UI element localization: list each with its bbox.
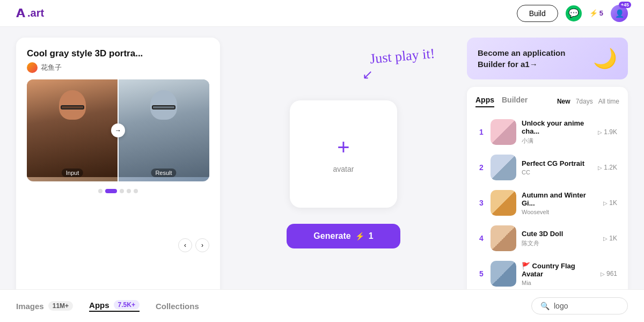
- generate-button[interactable]: Generate ⚡ 1: [287, 224, 400, 248]
- app-info: Cute 3D Doll 陈文舟: [522, 230, 598, 247]
- app-author: Mia: [522, 280, 595, 286]
- count-value: 1K: [609, 235, 617, 242]
- app-author: CC: [522, 169, 592, 175]
- app-info: Autumn and Winter Gi... Woosevelt: [522, 191, 598, 215]
- upload-card[interactable]: + avatar: [290, 100, 397, 208]
- next-button[interactable]: ›: [195, 238, 209, 252]
- app-count: ▷ 1K: [603, 199, 617, 207]
- app-count: ▷ 1.9K: [598, 128, 617, 136]
- app-name: Cute 3D Doll: [522, 230, 598, 238]
- tabs-row: Apps Builder New 7days All time: [475, 96, 619, 107]
- list-item[interactable]: 2 Perfect CG Portrait CC ▷ 1.2K: [475, 150, 619, 185]
- filter-alltime[interactable]: All time: [598, 98, 619, 105]
- count-value: 1.9K: [604, 128, 617, 136]
- app-rank: 1: [478, 128, 485, 136]
- logo[interactable]: 𝗔 .art: [16, 6, 44, 20]
- middle-panel: Just play it! ↙ + avatar Generate ⚡ 1: [231, 38, 456, 311]
- app-name: Perfect CG Portrait: [522, 159, 592, 167]
- generate-lightning-icon: ⚡: [355, 232, 364, 240]
- app-count: ▷ 1.2K: [598, 164, 617, 171]
- tab-apps-label: Apps: [89, 301, 109, 310]
- main-content: Cool gray style 3D portra... 花鱼子 Input →: [0, 27, 644, 322]
- tab-apps[interactable]: Apps: [475, 96, 494, 107]
- prev-button[interactable]: ‹: [178, 238, 192, 252]
- author-name: 花鱼子: [41, 63, 62, 72]
- apps-count: 7.5K+: [114, 300, 140, 310]
- app-author: 花鱼子: [27, 62, 209, 73]
- play-icon: ▷: [601, 271, 605, 277]
- list-item[interactable]: 3 Autumn and Winter Gi... Woosevelt ▷ 1K: [475, 186, 619, 220]
- lightning-count: 5: [599, 9, 603, 17]
- app-info: Unlock your anime cha... 小满: [522, 119, 592, 145]
- filter-7days[interactable]: 7days: [576, 98, 593, 105]
- tab-builder[interactable]: Builder: [502, 96, 528, 107]
- app-count: ▷ 1K: [603, 235, 617, 242]
- badge-count: +45: [619, 2, 631, 8]
- tab-images-label: Images: [16, 302, 44, 311]
- logo-text: .art: [27, 7, 44, 19]
- dot-1[interactable]: [98, 189, 103, 193]
- search-input[interactable]: [554, 302, 618, 310]
- app-list: 1 Unlock your anime cha... 小满 ▷ 1.9K 2: [475, 115, 619, 291]
- list-item[interactable]: 4 Cute 3D Doll 陈文舟 ▷ 1K: [475, 221, 619, 255]
- app-count: ▷ 961: [601, 270, 617, 277]
- dot-5[interactable]: [134, 189, 138, 193]
- upload-label: avatar: [333, 165, 354, 173]
- tabs-right: New 7days All time: [557, 98, 619, 105]
- banner-text: Become an application Builder for a1→: [478, 47, 593, 70]
- left-panel: Cool gray style 3D portra... 花鱼子 Input →: [16, 38, 220, 311]
- app-author: Woosevelt: [522, 209, 598, 215]
- app-thumbnail: [491, 119, 516, 145]
- dot-3[interactable]: [120, 189, 124, 193]
- right-panel: Become an application Builder for a1→ 🌙 …: [467, 38, 628, 311]
- author-avatar: [27, 62, 38, 73]
- app-info: 🚩 Country Flag Avatar Mia: [522, 262, 595, 286]
- tab-apps[interactable]: Apps 7.5K+: [89, 300, 140, 312]
- tabs-left: Apps Builder: [475, 96, 528, 107]
- build-button[interactable]: Build: [517, 5, 558, 22]
- tab-collections-label: Collections: [156, 302, 199, 311]
- filter-new[interactable]: New: [557, 98, 570, 105]
- plus-icon: +: [337, 135, 349, 159]
- app-info: Perfect CG Portrait CC: [522, 159, 592, 175]
- avatar-icon: 👤: [615, 9, 624, 18]
- search-icon: 🔍: [540, 302, 550, 310]
- count-value: 961: [606, 270, 617, 277]
- app-thumbnail: [491, 225, 516, 251]
- app-thumbnail: [491, 155, 516, 180]
- count-value: 1.2K: [604, 164, 617, 171]
- bottom-bar: Images 11M+ Apps 7.5K+ Collections 🔍: [0, 289, 644, 322]
- carousel-nav: ‹ ›: [178, 238, 209, 252]
- count-value: 1K: [609, 199, 617, 207]
- app-rank: 3: [478, 199, 485, 207]
- app-rank: 5: [478, 269, 485, 278]
- wechat-icon[interactable]: 💬: [566, 5, 582, 21]
- images-count: 11M+: [48, 301, 73, 311]
- tab-images[interactable]: Images 11M+: [16, 301, 73, 311]
- app-author: 陈文舟: [522, 239, 598, 247]
- tab-collections[interactable]: Collections: [156, 302, 199, 311]
- carousel-dots: [27, 189, 209, 193]
- app-author: 小满: [522, 137, 592, 145]
- user-avatar[interactable]: 👤 +45: [611, 5, 628, 22]
- list-item[interactable]: 5 🚩 Country Flag Avatar Mia ▷ 961: [475, 257, 619, 291]
- lightning-badge: ⚡ 5: [589, 9, 603, 17]
- input-panel: Input: [27, 79, 118, 181]
- play-text: Just play it!: [369, 46, 435, 67]
- app-thumbnail: [491, 190, 516, 216]
- list-item[interactable]: 1 Unlock your anime cha... 小满 ▷ 1.9K: [475, 115, 619, 149]
- app-rank: 4: [478, 234, 485, 243]
- header: 𝗔 .art Build 💬 ⚡ 5 👤 +45: [0, 0, 644, 27]
- play-icon: ▷: [603, 236, 608, 241]
- app-name: 🚩 Country Flag Avatar: [522, 262, 595, 278]
- app-name: Autumn and Winter Gi...: [522, 191, 598, 207]
- generate-label: Generate: [313, 231, 350, 241]
- dot-4[interactable]: [127, 189, 131, 193]
- input-label: Input: [62, 169, 83, 177]
- builder-banner[interactable]: Become an application Builder for a1→ 🌙: [467, 38, 628, 79]
- app-thumbnail: [491, 261, 516, 287]
- dot-2-active[interactable]: [105, 189, 117, 193]
- before-after-image: Input → Result: [27, 79, 209, 181]
- search-box[interactable]: 🔍: [531, 297, 628, 314]
- app-title: Cool gray style 3D portra...: [27, 48, 209, 59]
